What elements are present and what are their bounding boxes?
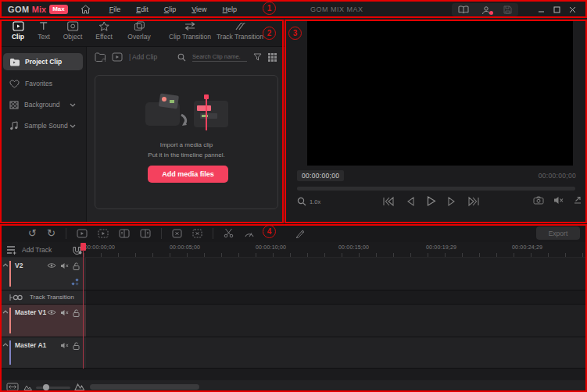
maximize-button[interactable]	[549, 2, 564, 16]
snapshot-camera-icon[interactable]	[533, 196, 544, 205]
track-transition-lane[interactable]	[86, 290, 587, 305]
account-badge	[489, 11, 493, 15]
ruler-timestamp: 00:00:05;00	[170, 244, 200, 250]
track-transition-header[interactable]: Track Transition	[0, 290, 86, 305]
track-lane-master-a1[interactable]	[86, 337, 587, 369]
tab-text[interactable]: Text	[38, 21, 50, 41]
account-icon[interactable]	[481, 5, 491, 15]
undo-icon[interactable]: ↺	[28, 228, 37, 238]
split-left-icon[interactable]	[119, 229, 130, 238]
zoom-slider-track[interactable]	[36, 387, 70, 389]
sidebar-item-background[interactable]: Background	[3, 96, 83, 113]
track-name: Master V1	[15, 308, 46, 316]
add-media-files-button[interactable]: Add media files	[148, 166, 228, 183]
collapse-chevron-icon[interactable]	[2, 263, 9, 267]
detach-screen-icon[interactable]	[573, 196, 582, 205]
redo-icon[interactable]: ↻	[47, 228, 55, 238]
split-right-icon[interactable]	[140, 229, 151, 238]
ruler-ticks[interactable]	[84, 253, 587, 257]
menu-view[interactable]: View	[184, 5, 214, 13]
sidebar-item-label: Favorites	[25, 80, 52, 87]
skip-to-end-icon[interactable]	[467, 196, 480, 207]
eye-icon[interactable]	[47, 262, 56, 269]
home-icon[interactable]	[81, 5, 91, 14]
collapse-chevron-icon[interactable]	[2, 310, 9, 314]
seek-bar[interactable]	[297, 187, 575, 191]
tab-clip[interactable]: Clip	[12, 21, 24, 41]
track-header-master-v1[interactable]: Master V1	[0, 305, 86, 337]
overwrite-clip-icon[interactable]	[98, 229, 109, 238]
track-name: V2	[15, 262, 23, 269]
search-input[interactable]	[192, 52, 247, 62]
add-media-icon[interactable]	[112, 52, 123, 62]
preview-zoom-control[interactable]: 1.0x	[297, 197, 320, 206]
track-transition-indicator-icon[interactable]	[71, 278, 80, 287]
track-lane-master-v1[interactable]	[86, 305, 587, 337]
pencil-icon[interactable]	[295, 229, 305, 238]
track-header-v2[interactable]: V2	[0, 258, 86, 290]
chevron-down-icon[interactable]	[70, 124, 76, 128]
zoom-icon	[297, 197, 306, 206]
mute-speaker-icon[interactable]	[60, 342, 69, 349]
video-preview[interactable]	[307, 21, 573, 166]
collapse-chevron-icon[interactable]	[2, 343, 9, 347]
minimize-button[interactable]	[533, 2, 549, 16]
mute-speaker-icon[interactable]	[60, 262, 69, 269]
export-button[interactable]: Export	[536, 226, 580, 240]
remove-gap-icon[interactable]	[192, 229, 202, 238]
zoom-level-label: 1.0x	[310, 198, 320, 205]
lock-icon[interactable]	[73, 309, 80, 317]
sidebar-item-sample-sound[interactable]: Sample Sound	[3, 117, 83, 134]
track-menu-icon[interactable]	[6, 245, 17, 255]
grid-view-icon[interactable]	[268, 53, 277, 62]
ruler-timestamp: 00:00:15;00	[338, 244, 369, 250]
filter-icon[interactable]	[253, 53, 262, 61]
import-dropzone[interactable]: Import a media clip Put it in the timeli…	[95, 75, 278, 209]
tab-clip-transition[interactable]: Clip Transition	[169, 21, 211, 41]
chevron-down-icon[interactable]	[70, 103, 76, 107]
lock-icon[interactable]	[73, 262, 80, 270]
playhead-line	[83, 250, 84, 369]
project-clip-panel: | Add Clip	[86, 47, 285, 223]
next-frame-icon[interactable]	[447, 196, 456, 207]
transition-link-icon	[9, 294, 25, 301]
play-icon[interactable]	[426, 195, 436, 207]
skip-to-start-icon[interactable]	[382, 196, 395, 207]
menu-clip[interactable]: Clip	[156, 5, 184, 13]
menu-help[interactable]: Help	[215, 5, 245, 13]
zoom-out-icon[interactable]	[23, 384, 32, 390]
mute-speaker-icon[interactable]	[553, 196, 564, 205]
current-timecode[interactable]: 00:00:00;00	[297, 170, 344, 181]
zoom-in-icon[interactable]	[74, 383, 84, 390]
add-folder-icon[interactable]	[95, 52, 106, 62]
sidebar-item-project-clip[interactable]: Project Clip	[3, 53, 83, 70]
lock-icon[interactable]	[73, 342, 80, 350]
total-timecode: 00:00:00;00	[539, 172, 576, 180]
close-button[interactable]	[564, 2, 580, 16]
zoom-slider-knob[interactable]	[43, 384, 49, 390]
tab-object[interactable]: Object	[63, 21, 83, 41]
add-track-label[interactable]: Add Track	[22, 246, 52, 254]
menu-edit[interactable]: Edit	[128, 5, 156, 13]
tab-track-transition[interactable]: Track Transition	[217, 21, 263, 41]
logo-mix: Mix	[32, 5, 46, 14]
horizontal-scrollbar[interactable]	[90, 384, 199, 390]
menu-file[interactable]: File	[102, 5, 129, 13]
track-lane-v2[interactable]	[86, 258, 587, 290]
eye-icon[interactable]	[47, 309, 56, 315]
track-transition-row: Track Transition	[0, 290, 587, 305]
scissors-icon[interactable]	[224, 228, 234, 238]
save-icon[interactable]	[503, 5, 512, 14]
tab-effect[interactable]: Effect	[95, 21, 113, 41]
tab-overlay[interactable]: Overlay	[127, 21, 150, 41]
fit-timeline-icon[interactable]	[6, 383, 19, 391]
logo-gom: GOM	[8, 5, 30, 14]
previous-frame-icon[interactable]	[406, 196, 415, 207]
remove-clip-icon[interactable]	[172, 229, 182, 238]
speed-gauge-icon[interactable]	[244, 229, 255, 238]
track-header-master-a1[interactable]: Master A1	[0, 337, 86, 369]
mute-speaker-icon[interactable]	[60, 309, 69, 316]
sidebar-item-favorites[interactable]: Favorites	[3, 75, 83, 92]
tutorial-book-icon[interactable]	[458, 5, 469, 14]
insert-clip-icon[interactable]	[77, 229, 88, 238]
